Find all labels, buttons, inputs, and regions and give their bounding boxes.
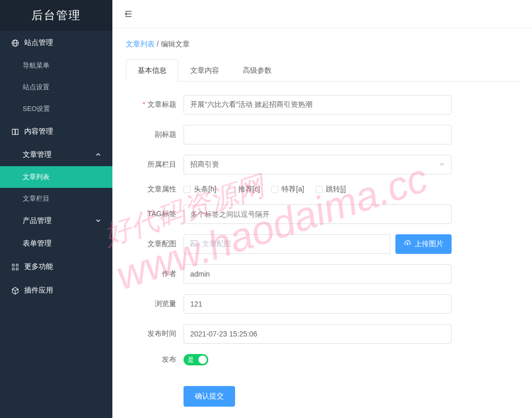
submit-button[interactable]: 确认提交 — [184, 386, 235, 407]
label-pubtime: 发布时间 — [126, 329, 184, 339]
sidebar-product-management[interactable]: 产品管理 — [0, 210, 112, 232]
topbar — [112, 0, 532, 28]
image-icon — [190, 239, 198, 249]
main-area: 文章列表 / 编辑文章 基本信息 文章内容 高级参数 文章标题 副标题 所属栏目… — [112, 0, 532, 418]
grid-icon — [11, 263, 19, 271]
svg-rect-8 — [16, 268, 18, 270]
input-tags[interactable] — [184, 204, 452, 224]
svg-rect-9 — [191, 240, 197, 246]
sidebar-form-management[interactable]: 表单管理 — [0, 232, 112, 255]
upload-image-label: 上传图片 — [414, 239, 443, 249]
checkbox-featured-label: 特荐[a] — [281, 185, 304, 194]
label-attrs: 文章属性 — [126, 185, 184, 194]
upload-image-button[interactable]: 上传图片 — [395, 234, 452, 254]
sidebar-form-label: 表单管理 — [23, 239, 52, 248]
chevron-down-icon — [95, 217, 101, 225]
breadcrumb-sep: / — [155, 40, 161, 48]
sidebar-seo-settings[interactable]: SEO设置 — [0, 98, 112, 120]
checkbox-headline[interactable] — [184, 186, 191, 193]
sidebar: 后台管理 站点管理 导航菜单 站点设置 SEO设置 内容管理 文章管理 文章列表… — [0, 0, 112, 418]
checkbox-recommend[interactable] — [228, 186, 235, 193]
label-image: 文章配图 — [126, 239, 184, 249]
svg-rect-6 — [16, 264, 18, 266]
sidebar-article-management[interactable]: 文章管理 — [0, 143, 112, 166]
chevron-down-icon — [439, 160, 445, 169]
content-panel: 文章列表 / 编辑文章 基本信息 文章内容 高级参数 文章标题 副标题 所属栏目… — [112, 28, 532, 418]
tab-advanced-params[interactable]: 高级参数 — [231, 59, 284, 82]
chevron-up-icon — [95, 151, 101, 159]
svg-rect-4 — [15, 129, 18, 134]
label-views: 浏览量 — [126, 299, 184, 309]
switch-dot — [198, 356, 207, 364]
checkbox-featured[interactable] — [271, 186, 278, 193]
sidebar-site-label: 站点管理 — [24, 38, 53, 47]
checkbox-redirect-label: 跳转[j] — [326, 185, 346, 194]
input-image-placeholder: 文章配图 — [202, 239, 231, 249]
breadcrumb-current: 编辑文章 — [161, 40, 190, 48]
input-title[interactable] — [184, 95, 452, 115]
sidebar-site-settings[interactable]: 站点设置 — [0, 76, 112, 98]
checkbox-redirect[interactable] — [315, 186, 323, 193]
sidebar-site-management[interactable]: 站点管理 — [0, 31, 112, 55]
svg-rect-7 — [12, 268, 14, 270]
sidebar-plugin-label: 插件应用 — [24, 286, 53, 295]
sidebar-more-label: 更多功能 — [24, 262, 53, 271]
checkbox-headline-label: 头条[h] — [194, 185, 217, 194]
input-author[interactable] — [184, 264, 452, 284]
input-image-path[interactable]: 文章配图 — [184, 234, 390, 254]
switch-publish[interactable]: 是 — [184, 354, 208, 365]
label-tags: TAG标签 — [126, 210, 184, 219]
select-category-value: 招商引资 — [190, 160, 219, 169]
sidebar-plugin-app[interactable]: 插件应用 — [0, 279, 112, 302]
globe-icon — [11, 39, 19, 47]
sidebar-content-label: 内容管理 — [24, 127, 53, 136]
input-subtitle[interactable] — [184, 125, 452, 144]
logo: 后台管理 — [0, 0, 112, 31]
label-subtitle: 副标题 — [126, 130, 184, 139]
checkbox-recommend-label: 推荐[c] — [238, 185, 260, 194]
switch-publish-text: 是 — [188, 356, 194, 364]
input-views[interactable] — [184, 294, 452, 314]
cube-icon — [11, 287, 19, 295]
breadcrumb: 文章列表 / 编辑文章 — [126, 40, 519, 49]
svg-rect-5 — [12, 264, 14, 266]
svg-rect-3 — [12, 129, 15, 134]
select-category[interactable]: 招商引资 — [184, 155, 452, 174]
tab-basic-info[interactable]: 基本信息 — [126, 59, 178, 82]
svg-point-10 — [192, 242, 193, 243]
hamburger-icon[interactable] — [124, 9, 133, 19]
sidebar-article-label: 文章管理 — [23, 150, 52, 159]
label-publish: 发布 — [126, 355, 184, 364]
label-author: 作者 — [126, 269, 184, 279]
sidebar-article-list[interactable]: 文章列表 — [0, 166, 112, 188]
tabs: 基本信息 文章内容 高级参数 — [126, 59, 519, 82]
input-pubtime[interactable] — [184, 324, 452, 344]
book-icon — [11, 128, 19, 136]
sidebar-article-category[interactable]: 文章栏目 — [0, 188, 112, 210]
tab-article-content[interactable]: 文章内容 — [178, 59, 231, 82]
label-title: 文章标题 — [126, 100, 184, 109]
cloud-upload-icon — [404, 239, 411, 249]
sidebar-more-features[interactable]: 更多功能 — [0, 255, 112, 279]
sidebar-product-label: 产品管理 — [23, 216, 52, 226]
sidebar-menu: 站点管理 导航菜单 站点设置 SEO设置 内容管理 文章管理 文章列表 文章栏目… — [0, 31, 112, 302]
sidebar-content-management[interactable]: 内容管理 — [0, 120, 112, 143]
sidebar-nav-menu[interactable]: 导航菜单 — [0, 55, 112, 76]
label-category: 所属栏目 — [126, 160, 184, 169]
breadcrumb-link[interactable]: 文章列表 — [126, 40, 155, 48]
